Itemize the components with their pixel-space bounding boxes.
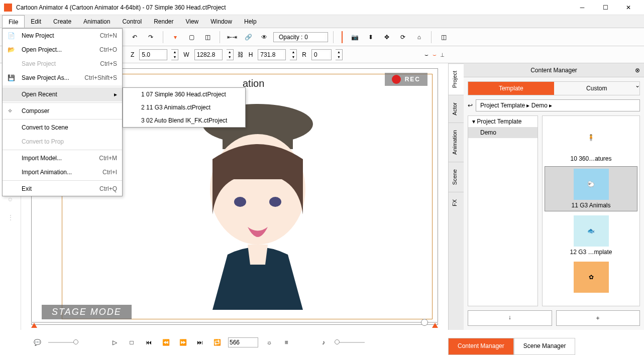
menu-convert-prop: Convert to Prop bbox=[3, 135, 122, 149]
tab-scene-manager[interactable]: Scene Manager bbox=[514, 338, 576, 355]
prev-icon[interactable]: ⏮ bbox=[143, 336, 155, 348]
link-wh-icon[interactable]: ⛓ bbox=[238, 51, 244, 58]
mirror-icon[interactable]: ◫ bbox=[437, 30, 451, 44]
thumb-3[interactable]: 🐟12 G3 …mplate bbox=[545, 213, 637, 258]
menu-open-project[interactable]: 📂Open Project...Ctrl+O bbox=[3, 43, 122, 57]
tab-template[interactable]: Template bbox=[468, 82, 554, 95]
flip-h-icon[interactable]: ⇤⇥ bbox=[225, 30, 239, 44]
redo-icon[interactable]: ↷ bbox=[144, 30, 158, 44]
angle-icon[interactable]: ⟂ bbox=[441, 51, 444, 58]
move-icon[interactable]: ✥ bbox=[380, 30, 394, 44]
vtab-scene[interactable]: Scene bbox=[449, 162, 464, 192]
timeline-scrubber[interactable] bbox=[31, 317, 438, 329]
menu-file[interactable]: File bbox=[2, 15, 25, 28]
menu-help[interactable]: Help bbox=[238, 15, 263, 28]
menu-view[interactable]: View bbox=[179, 15, 204, 28]
dots-icon: ⋮ bbox=[3, 210, 18, 225]
tab-custom[interactable]: Custom bbox=[554, 82, 640, 95]
opacity-input[interactable] bbox=[304, 34, 325, 41]
z-input[interactable] bbox=[139, 49, 167, 60]
file-menu-dropdown: 📄New ProjectCtrl+N 📂Open Project...Ctrl+… bbox=[2, 28, 123, 196]
menu-save-as[interactable]: 💾Save Project As...Ctrl+Shift+S bbox=[3, 71, 122, 85]
stop-icon[interactable]: □ bbox=[126, 336, 138, 348]
menu-animation[interactable]: Animation bbox=[77, 15, 116, 28]
transform-up-icon[interactable]: ⬍ bbox=[364, 30, 378, 44]
settings-icon[interactable]: ☼ bbox=[263, 336, 275, 348]
play-icon[interactable]: ▷ bbox=[109, 336, 121, 348]
panel-tabs-bottom: Content Manager Scene Manager bbox=[448, 338, 644, 355]
svg-rect-3 bbox=[233, 164, 283, 179]
h-input[interactable] bbox=[258, 49, 286, 60]
loop-icon[interactable]: 🔁 bbox=[211, 336, 223, 348]
w-input[interactable] bbox=[194, 49, 223, 60]
thumb-2[interactable]: 🐑11 G3 Animals bbox=[545, 166, 637, 211]
menu-window[interactable]: Window bbox=[204, 15, 238, 28]
maximize-button[interactable]: ☐ bbox=[594, 0, 617, 15]
vtab-project[interactable]: Project bbox=[449, 63, 464, 95]
recent-item-2[interactable]: 2 11 G3 Animals.ctProject bbox=[123, 101, 245, 114]
menu-control[interactable]: Control bbox=[116, 15, 148, 28]
panel-close-icon[interactable]: ⊗ bbox=[635, 67, 640, 74]
content-manager-panel: Project Actor Animation Scene FX Content… bbox=[448, 63, 644, 330]
menu-composer[interactable]: ✧Composer bbox=[3, 104, 122, 118]
scrubber-handle[interactable] bbox=[421, 319, 428, 326]
r-input[interactable] bbox=[311, 49, 332, 60]
menu-import-animation[interactable]: Import Animation...Ctrl+I bbox=[3, 165, 122, 179]
document-icon[interactable]: ▢ bbox=[184, 30, 198, 44]
minimize-button[interactable]: ─ bbox=[571, 0, 594, 15]
app-icon bbox=[4, 4, 12, 12]
menu-open-recent[interactable]: Open Recent▸ bbox=[3, 87, 122, 101]
playback-bar: 💬 ▷ □ ⏮ ⏪ ⏩ ⏭ 🔁 ☼ ≡ ♪ bbox=[21, 330, 448, 355]
menu-new-project[interactable]: 📄New ProjectCtrl+N bbox=[3, 29, 122, 43]
curve-active-icon[interactable]: ⌣ bbox=[433, 51, 437, 58]
menu-import-model[interactable]: Import Model...Ctrl+M bbox=[3, 151, 122, 165]
menu-create[interactable]: Create bbox=[47, 15, 77, 28]
recent-item-1[interactable]: 1 07 Simple 360 Head.ctProject bbox=[123, 88, 245, 101]
breadcrumb[interactable]: Project Template ▸ Demo ▸ bbox=[476, 99, 640, 111]
menu-edit[interactable]: Edit bbox=[25, 15, 47, 28]
marker-end-icon[interactable] bbox=[432, 323, 438, 328]
svg-point-5 bbox=[269, 197, 281, 207]
apply-button[interactable]: ↓ bbox=[468, 310, 552, 326]
svg-point-4 bbox=[234, 197, 246, 207]
tab-content-manager[interactable]: Content Manager bbox=[448, 338, 514, 355]
thumbnail-grid: 🧍10 360…atures 🐑11 G3 Animals 🐟12 G3 …mp… bbox=[542, 115, 640, 306]
window-title: Cartoon Animator 4 (Cartoon Animator 4-6… bbox=[16, 4, 571, 11]
thumb-4[interactable]: ✿ bbox=[545, 260, 637, 297]
camera-icon[interactable]: 📷 bbox=[348, 30, 362, 44]
chevron-down-icon[interactable]: ⌄ bbox=[635, 82, 640, 89]
rotate-icon[interactable]: ⟳ bbox=[396, 30, 410, 44]
timeline-icon[interactable]: ≡ bbox=[280, 336, 292, 348]
tree-demo[interactable]: Demo bbox=[468, 127, 538, 138]
undo-icon[interactable]: ↶ bbox=[128, 30, 142, 44]
note-icon[interactable]: ♪ bbox=[317, 336, 330, 348]
link-icon[interactable]: 🔗 bbox=[241, 30, 255, 44]
comment-icon[interactable]: 💬 bbox=[31, 336, 43, 348]
vtab-actor[interactable]: Actor bbox=[449, 95, 464, 123]
frame-input[interactable] bbox=[228, 337, 258, 347]
stage-text: ation bbox=[243, 78, 264, 89]
opacity-field[interactable]: Opacity : bbox=[273, 32, 328, 42]
tree-root[interactable]: ▾ Project Template bbox=[468, 116, 538, 127]
close-button[interactable]: ✕ bbox=[617, 0, 640, 15]
vtab-animation[interactable]: Animation bbox=[449, 123, 464, 162]
shapes-icon[interactable]: ◫ bbox=[200, 30, 214, 44]
pointer-icon[interactable]: ▾ bbox=[168, 30, 182, 44]
marker-start-icon[interactable] bbox=[31, 323, 37, 328]
home-icon[interactable]: ⌂ bbox=[412, 30, 426, 44]
add-button[interactable]: ＋ bbox=[556, 310, 640, 326]
menu-convert-scene[interactable]: Convert to Scene bbox=[3, 121, 122, 135]
next-icon[interactable]: ⏭ bbox=[194, 336, 206, 348]
back-icon[interactable]: ↩ bbox=[468, 102, 473, 109]
eye-icon[interactable]: 👁 bbox=[257, 30, 271, 44]
menu-bar: File Edit Create Animation Control Rende… bbox=[0, 15, 644, 28]
recent-item-3[interactable]: 3 02 Auto Blend IK_FK.ctProject bbox=[123, 114, 245, 127]
forward-icon[interactable]: ⏩ bbox=[177, 336, 189, 348]
menu-exit[interactable]: ExitCtrl+Q bbox=[3, 182, 122, 196]
rewind-icon[interactable]: ⏪ bbox=[160, 336, 172, 348]
thumb-1[interactable]: 🧍10 360…atures bbox=[545, 120, 637, 164]
recent-submenu: 1 07 Simple 360 Head.ctProject 2 11 G3 A… bbox=[123, 87, 246, 128]
menu-render[interactable]: Render bbox=[148, 15, 179, 28]
curve-icon[interactable]: ⌣ bbox=[424, 51, 428, 58]
vtab-fx[interactable]: FX bbox=[449, 192, 464, 213]
